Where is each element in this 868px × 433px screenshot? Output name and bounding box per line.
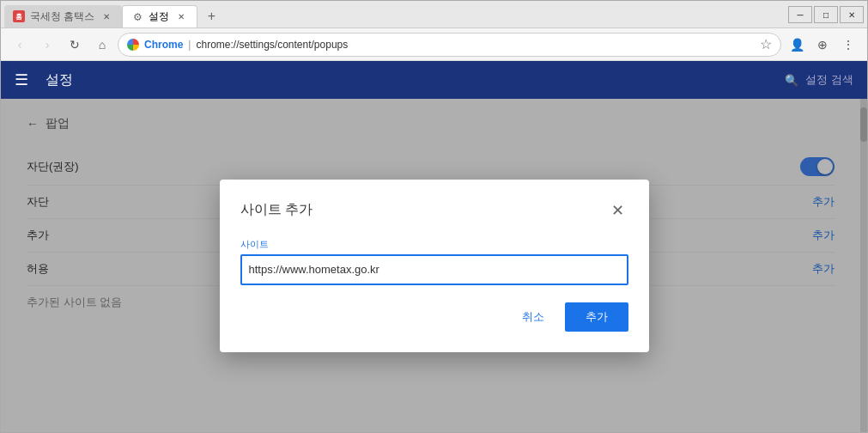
browser-window: 홈 국세청 홈택스 ✕ ⚙ 설정 ✕ + ─ □ ✕ ‹ › ↻ ⌂ Chrom… — [0, 0, 868, 433]
chrome-logo-icon — [127, 39, 139, 51]
tab1-close-icon[interactable]: ✕ — [100, 9, 113, 23]
add-site-modal: 사이트 추가 ✕ 사이트 취소 추가 — [220, 180, 649, 352]
settings-search-label: 설정 검색 — [805, 72, 853, 88]
address-separator: | — [188, 39, 191, 51]
window-controls: ─ □ ✕ — [788, 6, 864, 23]
modal-actions: 취소 추가 — [240, 302, 628, 332]
settings-body: ← 팝업 자단(권장) 자단 추가 추가 — [1, 99, 867, 432]
gear-icon: ⚙ — [131, 11, 143, 23]
new-tab-button[interactable]: + — [199, 5, 223, 27]
tab-hometax[interactable]: 홈 국세청 홈택스 ✕ — [4, 5, 122, 27]
address-url: chrome://settings/content/popups — [196, 39, 348, 51]
settings-header: ☰ 설정 🔍 설정 검색 — [1, 61, 867, 99]
profile-button[interactable]: 👤 — [785, 33, 809, 57]
minimize-button[interactable]: ─ — [788, 6, 812, 23]
modal-close-button[interactable]: ✕ — [608, 200, 628, 221]
site-field-label: 사이트 — [240, 238, 628, 251]
site-field: 사이트 — [240, 238, 628, 285]
tab-settings[interactable]: ⚙ 설정 ✕ — [122, 5, 197, 27]
bookmark-icon[interactable]: ☆ — [760, 36, 772, 52]
menu-button[interactable]: ⋮ — [836, 33, 860, 57]
address-bar[interactable]: Chrome | chrome://settings/content/popup… — [118, 33, 781, 57]
search-icon: 🔍 — [785, 74, 798, 87]
hometax-icon: 홈 — [13, 10, 25, 22]
extensions-button[interactable]: ⊕ — [810, 33, 835, 57]
modal-overlay: 사이트 추가 ✕ 사이트 취소 추가 — [1, 99, 867, 432]
forward-button[interactable]: › — [35, 33, 59, 57]
settings-search-area[interactable]: 🔍 설정 검색 — [785, 72, 853, 88]
tabs-area: 홈 국세청 홈택스 ✕ ⚙ 설정 ✕ + — [4, 5, 864, 27]
home-button[interactable]: ⌂ — [90, 33, 114, 57]
back-button[interactable]: ‹ — [8, 33, 32, 57]
modal-title: 사이트 추가 — [240, 201, 313, 219]
tab2-label: 설정 — [149, 9, 169, 24]
site-input[interactable] — [240, 254, 628, 285]
modal-header: 사이트 추가 ✕ — [240, 200, 628, 221]
nav-bar: ‹ › ↻ ⌂ Chrome | chrome://settings/conte… — [1, 28, 867, 61]
chrome-label: Chrome — [144, 39, 183, 51]
reload-button[interactable]: ↻ — [63, 33, 87, 57]
hamburger-icon[interactable]: ☰ — [15, 70, 28, 89]
page-content: ☰ 설정 🔍 설정 검색 ← 팝업 자단(권장) — [1, 61, 867, 432]
cancel-button[interactable]: 취소 — [508, 302, 558, 332]
title-bar: 홈 국세청 홈택스 ✕ ⚙ 설정 ✕ + ─ □ ✕ — [1, 1, 867, 28]
settings-page-title: 설정 — [46, 71, 73, 89]
close-button[interactable]: ✕ — [840, 6, 864, 23]
tab2-close-icon[interactable]: ✕ — [174, 10, 188, 24]
maximize-button[interactable]: □ — [814, 6, 838, 23]
add-button[interactable]: 추가 — [565, 302, 628, 332]
extension-buttons: 👤 ⊕ ⋮ — [785, 33, 860, 57]
tab1-label: 국세청 홈택스 — [30, 9, 94, 24]
